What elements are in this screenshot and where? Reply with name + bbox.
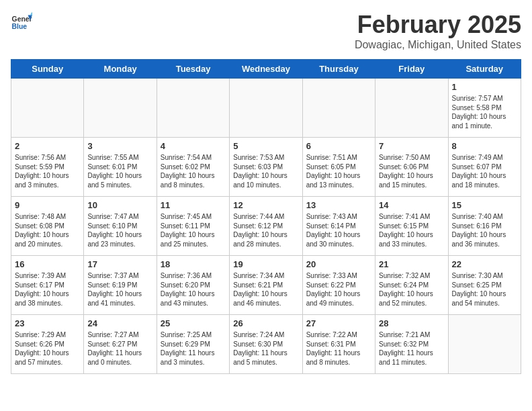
day-number: 6 bbox=[306, 141, 371, 151]
header-saturday: Saturday bbox=[448, 60, 521, 79]
table-row: 2Sunrise: 7:56 AM Sunset: 5:59 PM Daylig… bbox=[11, 138, 84, 197]
cell-details: Sunrise: 7:21 AM Sunset: 6:32 PM Dayligh… bbox=[379, 330, 444, 367]
table-row bbox=[230, 79, 302, 138]
table-row: 24Sunrise: 7:27 AM Sunset: 6:27 PM Dayli… bbox=[84, 315, 157, 374]
table-row: 1Sunrise: 7:57 AM Sunset: 5:58 PM Daylig… bbox=[448, 79, 521, 138]
table-row: 7Sunrise: 7:50 AM Sunset: 6:06 PM Daylig… bbox=[375, 138, 448, 197]
logo: General Blue bbox=[11, 11, 32, 32]
calendar-header: Sunday Monday Tuesday Wednesday Thursday… bbox=[11, 60, 521, 79]
cell-details: Sunrise: 7:27 AM Sunset: 6:27 PM Dayligh… bbox=[87, 330, 152, 367]
calendar-table: Sunday Monday Tuesday Wednesday Thursday… bbox=[11, 59, 521, 374]
day-number: 5 bbox=[233, 141, 298, 151]
header-friday: Friday bbox=[375, 60, 448, 79]
table-row: 6Sunrise: 7:51 AM Sunset: 6:05 PM Daylig… bbox=[302, 138, 375, 197]
table-row: 12Sunrise: 7:44 AM Sunset: 6:12 PM Dayli… bbox=[230, 197, 302, 256]
cell-details: Sunrise: 7:32 AM Sunset: 6:24 PM Dayligh… bbox=[379, 271, 444, 308]
header-wednesday: Wednesday bbox=[230, 60, 302, 79]
table-row: 22Sunrise: 7:30 AM Sunset: 6:25 PM Dayli… bbox=[448, 256, 521, 315]
calendar-body: 1Sunrise: 7:57 AM Sunset: 5:58 PM Daylig… bbox=[11, 79, 521, 374]
cell-details: Sunrise: 7:48 AM Sunset: 6:08 PM Dayligh… bbox=[15, 212, 80, 248]
table-row: 25Sunrise: 7:25 AM Sunset: 6:29 PM Dayli… bbox=[157, 315, 229, 374]
day-number: 11 bbox=[161, 200, 226, 210]
day-number: 18 bbox=[161, 259, 226, 269]
table-row: 5Sunrise: 7:53 AM Sunset: 6:03 PM Daylig… bbox=[230, 138, 302, 197]
svg-text:Blue: Blue bbox=[12, 23, 28, 30]
cell-details: Sunrise: 7:49 AM Sunset: 6:07 PM Dayligh… bbox=[452, 153, 517, 189]
table-row: 13Sunrise: 7:43 AM Sunset: 6:14 PM Dayli… bbox=[302, 197, 375, 256]
table-row: 23Sunrise: 7:29 AM Sunset: 6:26 PM Dayli… bbox=[11, 315, 84, 374]
day-number: 7 bbox=[379, 141, 444, 151]
table-row bbox=[157, 79, 229, 138]
cell-details: Sunrise: 7:47 AM Sunset: 6:10 PM Dayligh… bbox=[87, 212, 152, 248]
table-row: 15Sunrise: 7:40 AM Sunset: 6:16 PM Dayli… bbox=[448, 197, 521, 256]
day-number: 3 bbox=[87, 141, 152, 151]
cell-details: Sunrise: 7:44 AM Sunset: 6:12 PM Dayligh… bbox=[233, 212, 298, 248]
table-row bbox=[11, 79, 84, 138]
day-number: 26 bbox=[233, 318, 298, 328]
day-number: 22 bbox=[452, 259, 517, 269]
cell-details: Sunrise: 7:33 AM Sunset: 6:22 PM Dayligh… bbox=[306, 271, 371, 308]
table-row: 8Sunrise: 7:49 AM Sunset: 6:07 PM Daylig… bbox=[448, 138, 521, 197]
cell-details: Sunrise: 7:34 AM Sunset: 6:21 PM Dayligh… bbox=[233, 271, 298, 308]
day-number: 28 bbox=[379, 318, 444, 328]
table-row: 3Sunrise: 7:55 AM Sunset: 6:01 PM Daylig… bbox=[84, 138, 157, 197]
table-row: 19Sunrise: 7:34 AM Sunset: 6:21 PM Dayli… bbox=[230, 256, 302, 315]
header-monday: Monday bbox=[84, 60, 157, 79]
day-number: 16 bbox=[15, 259, 80, 269]
table-row: 27Sunrise: 7:22 AM Sunset: 6:31 PM Dayli… bbox=[302, 315, 375, 374]
header-tuesday: Tuesday bbox=[157, 60, 229, 79]
day-number: 12 bbox=[233, 200, 298, 210]
table-row: 11Sunrise: 7:45 AM Sunset: 6:11 PM Dayli… bbox=[157, 197, 229, 256]
day-number: 14 bbox=[379, 200, 444, 210]
location: Dowagiac, Michigan, United States bbox=[355, 39, 521, 51]
cell-details: Sunrise: 7:41 AM Sunset: 6:15 PM Dayligh… bbox=[379, 212, 444, 248]
table-row: 21Sunrise: 7:32 AM Sunset: 6:24 PM Dayli… bbox=[375, 256, 448, 315]
day-number: 4 bbox=[161, 141, 226, 151]
cell-details: Sunrise: 7:36 AM Sunset: 6:20 PM Dayligh… bbox=[161, 271, 226, 308]
table-row bbox=[448, 315, 521, 374]
cell-details: Sunrise: 7:50 AM Sunset: 6:06 PM Dayligh… bbox=[379, 153, 444, 189]
cell-details: Sunrise: 7:57 AM Sunset: 5:58 PM Dayligh… bbox=[452, 94, 517, 130]
table-row: 14Sunrise: 7:41 AM Sunset: 6:15 PM Dayli… bbox=[375, 197, 448, 256]
month-title: February 2025 bbox=[355, 11, 521, 39]
cell-details: Sunrise: 7:24 AM Sunset: 6:30 PM Dayligh… bbox=[233, 330, 298, 367]
day-number: 10 bbox=[87, 200, 152, 210]
day-number: 23 bbox=[15, 318, 80, 328]
header-thursday: Thursday bbox=[302, 60, 375, 79]
table-row: 9Sunrise: 7:48 AM Sunset: 6:08 PM Daylig… bbox=[11, 197, 84, 256]
cell-details: Sunrise: 7:45 AM Sunset: 6:11 PM Dayligh… bbox=[161, 212, 226, 248]
table-row: 10Sunrise: 7:47 AM Sunset: 6:10 PM Dayli… bbox=[84, 197, 157, 256]
cell-details: Sunrise: 7:29 AM Sunset: 6:26 PM Dayligh… bbox=[15, 330, 80, 367]
cell-details: Sunrise: 7:39 AM Sunset: 6:17 PM Dayligh… bbox=[15, 271, 80, 308]
cell-details: Sunrise: 7:30 AM Sunset: 6:25 PM Dayligh… bbox=[452, 271, 517, 308]
day-number: 27 bbox=[306, 318, 371, 328]
table-row: 28Sunrise: 7:21 AM Sunset: 6:32 PM Dayli… bbox=[375, 315, 448, 374]
day-number: 25 bbox=[161, 318, 226, 328]
day-number: 17 bbox=[87, 259, 152, 269]
day-number: 8 bbox=[452, 141, 517, 151]
svg-marker-3 bbox=[30, 12, 32, 15]
day-number: 24 bbox=[87, 318, 152, 328]
cell-details: Sunrise: 7:56 AM Sunset: 5:59 PM Dayligh… bbox=[15, 153, 80, 189]
table-row: 16Sunrise: 7:39 AM Sunset: 6:17 PM Dayli… bbox=[11, 256, 84, 315]
header-sunday: Sunday bbox=[11, 60, 84, 79]
cell-details: Sunrise: 7:54 AM Sunset: 6:02 PM Dayligh… bbox=[161, 153, 226, 189]
cell-details: Sunrise: 7:40 AM Sunset: 6:16 PM Dayligh… bbox=[452, 212, 517, 248]
cell-details: Sunrise: 7:55 AM Sunset: 6:01 PM Dayligh… bbox=[87, 153, 152, 189]
day-number: 2 bbox=[15, 141, 80, 151]
day-number: 9 bbox=[15, 200, 80, 210]
day-number: 13 bbox=[306, 200, 371, 210]
table-row: 17Sunrise: 7:37 AM Sunset: 6:19 PM Dayli… bbox=[84, 256, 157, 315]
cell-details: Sunrise: 7:51 AM Sunset: 6:05 PM Dayligh… bbox=[306, 153, 371, 189]
table-row: 4Sunrise: 7:54 AM Sunset: 6:02 PM Daylig… bbox=[157, 138, 229, 197]
day-number: 21 bbox=[379, 259, 444, 269]
cell-details: Sunrise: 7:53 AM Sunset: 6:03 PM Dayligh… bbox=[233, 153, 298, 189]
day-number: 20 bbox=[306, 259, 371, 269]
page-header: General Blue February 2025 Dowagiac, Mic… bbox=[11, 11, 521, 51]
day-number: 15 bbox=[452, 200, 517, 210]
table-row: 18Sunrise: 7:36 AM Sunset: 6:20 PM Dayli… bbox=[157, 256, 229, 315]
cell-details: Sunrise: 7:43 AM Sunset: 6:14 PM Dayligh… bbox=[306, 212, 371, 248]
table-row bbox=[84, 79, 157, 138]
table-row: 26Sunrise: 7:24 AM Sunset: 6:30 PM Dayli… bbox=[230, 315, 302, 374]
day-number: 1 bbox=[452, 82, 517, 92]
